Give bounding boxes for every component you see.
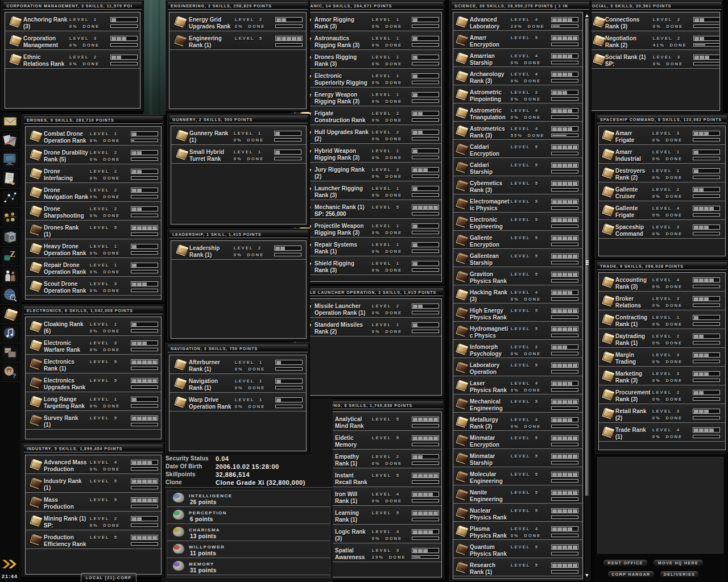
svg-text:?: ?: [12, 372, 16, 380]
svg-text:Z: Z: [10, 250, 15, 259]
